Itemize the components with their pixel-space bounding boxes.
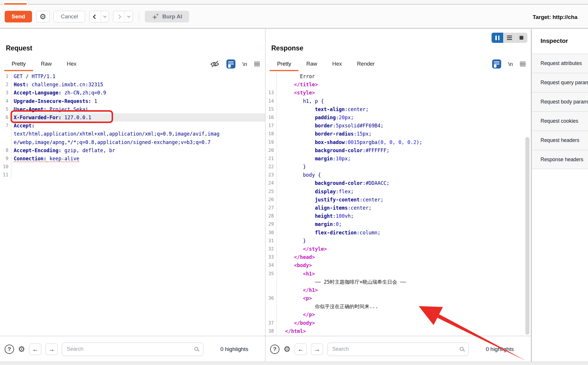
code-line-row: 19box-shadow:0015pxrgba(0, 0, 0, 0.2); [265, 138, 531, 146]
request-search-input[interactable] [62, 343, 203, 356]
inspector-item[interactable]: Request cookies [532, 111, 588, 131]
inspector-item[interactable]: Response headers [532, 150, 588, 169]
visibility-off-icon[interactable] [210, 60, 219, 68]
code-token: :column; [357, 230, 381, 236]
prev-match-button[interactable]: ← [29, 343, 41, 355]
show-newlines-toggle-button[interactable]: \n [508, 61, 513, 67]
send-button[interactable]: Send [5, 11, 32, 22]
code-token: body { [303, 172, 321, 178]
line-number [265, 80, 277, 89]
line-number: 19 [265, 138, 277, 146]
request-title: Request [6, 44, 32, 52]
code-line-row: 你似乎没在正确的时间来... [265, 302, 531, 310]
code-line: <body> [277, 261, 531, 269]
inspector-item[interactable]: Request body parameters [532, 92, 588, 111]
code-line-row: —— 25时主题咖啡厅×晓山瑞希生日会 —— [265, 278, 531, 286]
history-forward-dropdown[interactable] [125, 11, 133, 22]
show-newlines-toggle-button[interactable]: \n [242, 61, 247, 67]
line-number [265, 302, 277, 310]
word-wrap-toggle-button[interactable] [226, 59, 235, 69]
line-number: 10 [0, 163, 11, 171]
prev-match-button[interactable]: ← [295, 343, 307, 355]
response-scrollbar-thumb[interactable] [525, 137, 529, 335]
code-line: X-Forwarded-For: 127.0.0.1 [11, 113, 265, 122]
tab-pretty[interactable]: Pretty [270, 58, 299, 71]
inspector-item[interactable]: Request headers [532, 131, 588, 150]
code-line: e/webp,image/apng,*/*;q=0.8,application/… [11, 138, 265, 146]
history-back-button[interactable] [89, 11, 101, 22]
response-search-input[interactable] [327, 343, 469, 356]
tab-hex[interactable]: Hex [59, 58, 84, 71]
history-back-dropdown[interactable] [101, 11, 109, 22]
code-token: Accept: [14, 123, 35, 129]
code-token: <h1> [303, 271, 315, 277]
code-line-row: 28height:100vh; [265, 212, 531, 220]
history-forward-group [113, 11, 133, 22]
search-settings-gear-icon[interactable]: ⚙ [284, 345, 291, 354]
code-line-row: 37</body> [265, 319, 531, 327]
line-number: 26 [265, 196, 277, 204]
code-token: </body> [294, 320, 315, 326]
response-editor[interactable]: Error</title>13<style>14h1, p {15text-al… [265, 72, 531, 336]
chevron-left-icon [93, 14, 98, 19]
code-line-row: 30flex-direction:column; [265, 229, 531, 237]
line-number: 20 [265, 146, 277, 155]
tab-raw[interactable]: Raw [299, 58, 325, 71]
help-icon[interactable]: ? [5, 345, 14, 354]
code-line: Accept-Encoding: gzip, deflate, br [11, 146, 265, 155]
code-token: </p> [303, 312, 315, 317]
line-number: 37 [265, 319, 277, 327]
next-match-button[interactable]: → [45, 343, 58, 355]
request-editor[interactable]: 1GET / HTTP/1.12Host: challenge.imxbt.cn… [0, 72, 265, 336]
code-line: margin:0; [277, 220, 531, 228]
repeater-tab[interactable] [3, 0, 28, 5]
search-settings-gear-icon[interactable]: ⚙ [18, 345, 25, 354]
code-line-row: 11 [0, 171, 265, 179]
editor-menu-button[interactable] [254, 62, 260, 66]
line-number: 28 [265, 212, 277, 220]
code-token: <body> [294, 262, 312, 268]
line-number [0, 138, 11, 146]
inspector-item[interactable]: Request query parameters [532, 73, 588, 92]
line-number [265, 72, 277, 80]
code-token: px; [362, 131, 372, 137]
tab-raw[interactable]: Raw [33, 58, 59, 71]
code-line: text-align:center; [277, 105, 531, 113]
line-number: 3 [0, 89, 11, 97]
code-line-row: 2Host: challenge.imxbt.cn:32315 [0, 80, 265, 89]
code-line: border:5pxsolid#FF69B4; [277, 122, 531, 130]
burp-repeater-window: Send ⚙ Cancel Burp AI Target: http://cha… [0, 0, 588, 365]
cancel-button[interactable]: Cancel [54, 11, 85, 22]
history-forward-button[interactable] [113, 11, 125, 22]
help-icon[interactable]: ? [270, 345, 279, 354]
request-highlights-count: 0 highlights [220, 346, 248, 352]
code-line [11, 171, 265, 179]
code-line-row: Error [265, 72, 531, 80]
pause-updates-button[interactable] [492, 33, 504, 43]
code-token: padding [315, 115, 336, 120]
code-line-row: text/html,application/xhtml+xml,applicat… [0, 130, 265, 138]
line-number: 22 [265, 163, 277, 171]
single-view-button[interactable] [515, 33, 527, 43]
burp-ai-button[interactable]: Burp AI [145, 11, 189, 22]
editor-menu-button[interactable] [520, 62, 526, 66]
line-number: 34 [265, 261, 277, 269]
tab-pretty[interactable]: Pretty [4, 58, 33, 71]
response-view-layout-control [492, 33, 527, 43]
next-match-button[interactable]: → [311, 343, 323, 355]
code-token: 1 [91, 98, 97, 104]
code-token: 10 [336, 156, 341, 162]
response-highlights-count: 0 highlights [486, 346, 514, 352]
horizontal-layout-button[interactable] [504, 33, 515, 43]
tab-render[interactable]: Render [349, 58, 382, 71]
inspector-item[interactable]: Request attributes [532, 54, 588, 73]
tab-hex[interactable]: Hex [325, 58, 349, 71]
code-token: </html> [285, 328, 306, 334]
code-token: 0 [336, 221, 339, 227]
word-wrap-toggle-button[interactable] [492, 59, 501, 69]
repeater-tab-accent [4, 3, 27, 5]
code-line-row: 36<p> [265, 294, 531, 302]
line-number: 24 [265, 179, 277, 187]
code-token: margin [315, 221, 333, 227]
send-settings-button[interactable]: ⚙ [36, 11, 50, 22]
